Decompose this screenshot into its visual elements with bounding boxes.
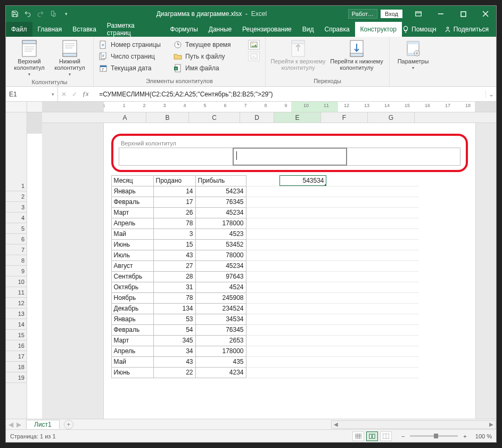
header-center[interactable] bbox=[233, 148, 347, 165]
cell[interactable] bbox=[279, 197, 326, 208]
add-sheet-button[interactable]: + bbox=[64, 420, 73, 429]
insert-function-icon[interactable]: ƒx bbox=[83, 90, 88, 98]
cell[interactable]: 543534 bbox=[279, 175, 326, 186]
expand-formula-bar-icon[interactable]: ⌄ bbox=[485, 91, 496, 98]
cell[interactable]: 178000 bbox=[195, 218, 246, 229]
cell[interactable] bbox=[326, 175, 373, 186]
cell[interactable]: 31 bbox=[153, 282, 196, 293]
cell[interactable] bbox=[246, 186, 280, 197]
file-path-button[interactable]: Путь к файлу bbox=[171, 52, 246, 61]
cell[interactable] bbox=[372, 367, 419, 378]
cell[interactable] bbox=[372, 218, 419, 229]
row-header[interactable]: 10 bbox=[6, 276, 27, 287]
header-left[interactable] bbox=[119, 148, 233, 165]
cell[interactable] bbox=[372, 356, 419, 368]
cell[interactable] bbox=[372, 260, 419, 272]
sheet-nav-prev-icon[interactable]: ◀ bbox=[9, 421, 13, 428]
header-right[interactable] bbox=[347, 148, 460, 165]
cell[interactable] bbox=[246, 218, 280, 229]
cell[interactable]: 22 bbox=[153, 367, 196, 378]
cell[interactable] bbox=[246, 229, 280, 240]
cell[interactable] bbox=[372, 229, 419, 240]
tab-design[interactable]: Конструктор bbox=[355, 22, 402, 37]
cell[interactable] bbox=[246, 250, 280, 261]
cell[interactable] bbox=[326, 207, 373, 218]
row-header[interactable]: 9 bbox=[6, 266, 27, 276]
cell[interactable] bbox=[372, 186, 419, 197]
cell[interactable]: 54234 bbox=[195, 186, 246, 197]
cell[interactable]: 45234 bbox=[195, 207, 246, 218]
row-header[interactable]: 2 bbox=[6, 191, 27, 202]
cell[interactable]: 78 bbox=[153, 292, 196, 304]
current-time-button[interactable]: Текущее время bbox=[171, 40, 246, 50]
cell[interactable]: 234524 bbox=[195, 303, 246, 314]
cell[interactable] bbox=[246, 292, 280, 304]
row-header[interactable]: 7 bbox=[6, 245, 27, 255]
cell[interactable]: Февраль bbox=[111, 324, 154, 336]
cell[interactable] bbox=[326, 271, 373, 282]
cell[interactable] bbox=[279, 282, 326, 293]
cell[interactable] bbox=[372, 324, 419, 336]
cell[interactable] bbox=[279, 186, 326, 197]
minimize-icon[interactable] bbox=[430, 6, 451, 22]
cell[interactable]: 76345 bbox=[195, 324, 246, 336]
cell[interactable]: Продано bbox=[153, 175, 196, 186]
tab-file[interactable]: Файл bbox=[6, 22, 32, 37]
cell[interactable]: Август bbox=[111, 260, 154, 272]
cell[interactable]: 97643 bbox=[195, 271, 246, 282]
tab-insert[interactable]: Вставка bbox=[67, 22, 102, 37]
share-button[interactable]: Поделиться bbox=[444, 26, 489, 33]
cell[interactable]: Январь bbox=[111, 314, 154, 325]
file-name-button[interactable]: XИмя файла bbox=[171, 63, 246, 73]
cell[interactable] bbox=[246, 282, 280, 293]
cell[interactable] bbox=[279, 324, 326, 336]
login-button[interactable]: Вход bbox=[381, 10, 402, 18]
cell[interactable]: Февраль bbox=[111, 197, 154, 208]
cell[interactable] bbox=[372, 282, 419, 293]
cell[interactable]: 34534 bbox=[195, 314, 246, 325]
cell[interactable] bbox=[326, 356, 373, 368]
cell[interactable]: 4523 bbox=[195, 229, 246, 240]
cell[interactable] bbox=[326, 282, 373, 293]
cell[interactable]: Июль bbox=[111, 250, 154, 261]
cell[interactable]: Апрель bbox=[111, 346, 154, 357]
enter-formula-icon[interactable]: ✓ bbox=[72, 91, 77, 98]
cell[interactable] bbox=[246, 335, 280, 346]
cell[interactable] bbox=[326, 314, 373, 325]
cell[interactable] bbox=[372, 271, 419, 282]
cell[interactable]: Март bbox=[111, 207, 154, 218]
col-header-e[interactable]: E bbox=[274, 112, 321, 123]
cell[interactable]: 2653 bbox=[195, 335, 246, 346]
scroll-right-icon[interactable]: ▶ bbox=[487, 421, 496, 427]
options-button[interactable]: Параметры▾ bbox=[393, 38, 433, 72]
tab-formulas[interactable]: Формулы bbox=[165, 22, 203, 37]
row-header[interactable]: 6 bbox=[6, 234, 27, 245]
row-header[interactable]: 13 bbox=[6, 308, 27, 319]
cell[interactable]: 4234 bbox=[195, 367, 246, 378]
col-header-f[interactable]: F bbox=[321, 112, 368, 123]
cell[interactable]: Июнь bbox=[111, 367, 154, 378]
picture-button[interactable] bbox=[248, 40, 260, 50]
cell[interactable] bbox=[372, 250, 419, 261]
cell[interactable] bbox=[326, 250, 373, 261]
tell-me-button[interactable]: Помощн bbox=[402, 26, 437, 33]
ribbon-display-options-icon[interactable] bbox=[408, 6, 429, 22]
cell[interactable]: Январь bbox=[111, 186, 154, 197]
cell[interactable] bbox=[279, 356, 326, 368]
cell[interactable]: 17 bbox=[153, 197, 196, 208]
row-header[interactable]: 12 bbox=[6, 298, 27, 308]
cell[interactable] bbox=[326, 197, 373, 208]
cell[interactable] bbox=[279, 303, 326, 314]
cell[interactable] bbox=[246, 314, 280, 325]
col-header-a[interactable]: A bbox=[104, 112, 146, 123]
cell[interactable]: 28 bbox=[153, 271, 196, 282]
cell[interactable] bbox=[246, 303, 280, 314]
close-icon[interactable] bbox=[475, 6, 496, 22]
sheet-tab[interactable]: Лист1 bbox=[26, 420, 60, 429]
view-page-layout-button[interactable] bbox=[366, 431, 378, 441]
cell[interactable]: Май bbox=[111, 229, 154, 240]
scroll-left-icon[interactable]: ◀ bbox=[332, 421, 340, 427]
formula-input[interactable]: =СУММЕСЛИМН(C2:C25;A2:A25;"Сентябрь";B2:… bbox=[96, 91, 485, 98]
cell[interactable]: 43 bbox=[153, 250, 196, 261]
cell[interactable]: Март bbox=[111, 335, 154, 346]
